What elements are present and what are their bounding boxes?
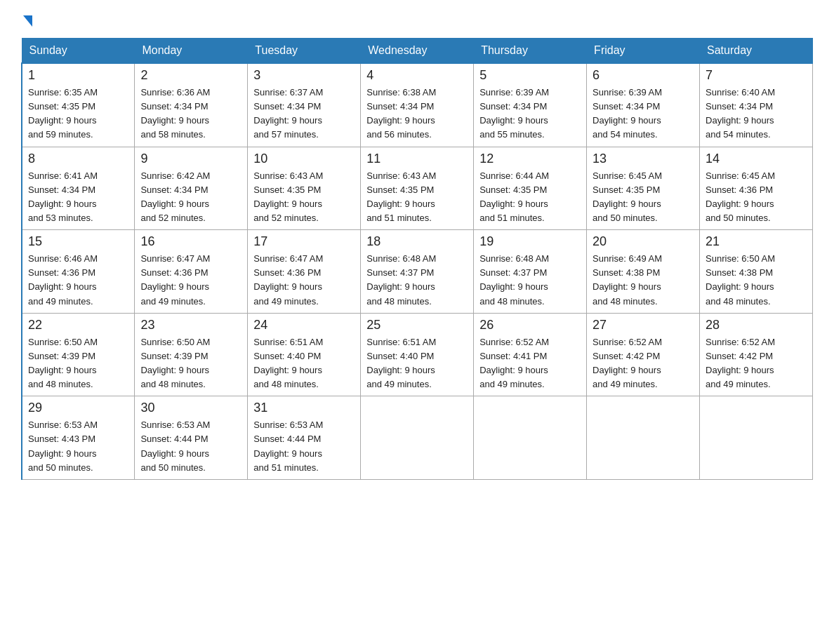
day-info: Sunrise: 6:52 AM Sunset: 4:42 PM Dayligh… — [593, 335, 694, 392]
day-number: 27 — [593, 318, 694, 333]
day-number: 15 — [28, 234, 128, 249]
day-info: Sunrise: 6:50 AM Sunset: 4:39 PM Dayligh… — [28, 335, 128, 392]
calendar-week-row: 29 Sunrise: 6:53 AM Sunset: 4:43 PM Dayl… — [22, 396, 813, 480]
day-info: Sunrise: 6:42 AM Sunset: 4:34 PM Dayligh… — [140, 169, 241, 226]
day-number: 4 — [366, 68, 468, 83]
calendar-cell: 7 Sunrise: 6:40 AM Sunset: 4:34 PM Dayli… — [700, 63, 813, 147]
day-number: 22 — [28, 318, 128, 333]
day-info: Sunrise: 6:43 AM Sunset: 4:35 PM Dayligh… — [366, 169, 468, 226]
header-tuesday: Tuesday — [248, 39, 361, 64]
day-number: 20 — [593, 234, 694, 249]
day-number: 9 — [140, 152, 241, 166]
calendar-cell: 11 Sunrise: 6:43 AM Sunset: 4:35 PM Dayl… — [361, 147, 474, 230]
day-number: 18 — [366, 234, 468, 249]
day-info: Sunrise: 6:39 AM Sunset: 4:34 PM Dayligh… — [479, 86, 581, 142]
calendar-cell: 30 Sunrise: 6:53 AM Sunset: 4:44 PM Dayl… — [135, 396, 248, 480]
day-info: Sunrise: 6:47 AM Sunset: 4:36 PM Dayligh… — [253, 252, 355, 309]
header-thursday: Thursday — [474, 39, 587, 64]
calendar-cell — [474, 396, 587, 480]
calendar-cell: 6 Sunrise: 6:39 AM Sunset: 4:34 PM Dayli… — [587, 63, 700, 147]
header-sunday: Sunday — [22, 39, 135, 64]
calendar-cell: 9 Sunrise: 6:42 AM Sunset: 4:34 PM Dayli… — [135, 147, 248, 230]
day-number: 25 — [366, 318, 468, 333]
calendar-header-row: SundayMondayTuesdayWednesdayThursdayFrid… — [22, 39, 813, 64]
header-friday: Friday — [587, 39, 700, 64]
calendar-cell: 19 Sunrise: 6:48 AM Sunset: 4:37 PM Dayl… — [474, 230, 587, 314]
day-number: 29 — [28, 401, 128, 415]
day-info: Sunrise: 6:48 AM Sunset: 4:37 PM Dayligh… — [479, 252, 581, 309]
day-info: Sunrise: 6:40 AM Sunset: 4:34 PM Dayligh… — [706, 86, 807, 142]
day-number: 16 — [140, 234, 241, 249]
calendar-cell: 3 Sunrise: 6:37 AM Sunset: 4:34 PM Dayli… — [248, 63, 361, 147]
calendar-cell: 17 Sunrise: 6:47 AM Sunset: 4:36 PM Dayl… — [248, 230, 361, 314]
calendar-cell: 5 Sunrise: 6:39 AM Sunset: 4:34 PM Dayli… — [474, 63, 587, 147]
calendar-cell: 24 Sunrise: 6:51 AM Sunset: 4:40 PM Dayl… — [248, 313, 361, 396]
day-number: 19 — [479, 234, 581, 249]
day-info: Sunrise: 6:52 AM Sunset: 4:41 PM Dayligh… — [479, 335, 581, 392]
calendar-cell: 25 Sunrise: 6:51 AM Sunset: 4:40 PM Dayl… — [361, 313, 474, 396]
calendar-cell: 20 Sunrise: 6:49 AM Sunset: 4:38 PM Dayl… — [587, 230, 700, 314]
calendar-cell: 28 Sunrise: 6:52 AM Sunset: 4:42 PM Dayl… — [700, 313, 813, 396]
day-number: 5 — [479, 68, 581, 83]
calendar-cell: 2 Sunrise: 6:36 AM Sunset: 4:34 PM Dayli… — [135, 63, 248, 147]
day-info: Sunrise: 6:39 AM Sunset: 4:34 PM Dayligh… — [593, 86, 694, 142]
calendar-cell — [587, 396, 700, 480]
day-number: 30 — [140, 401, 241, 415]
calendar-cell: 10 Sunrise: 6:43 AM Sunset: 4:35 PM Dayl… — [248, 147, 361, 230]
calendar-cell: 13 Sunrise: 6:45 AM Sunset: 4:35 PM Dayl… — [587, 147, 700, 230]
page-header — [21, 14, 813, 24]
day-info: Sunrise: 6:53 AM Sunset: 4:44 PM Dayligh… — [253, 418, 355, 475]
day-info: Sunrise: 6:52 AM Sunset: 4:42 PM Dayligh… — [706, 335, 807, 392]
calendar-cell: 23 Sunrise: 6:50 AM Sunset: 4:39 PM Dayl… — [135, 313, 248, 396]
calendar-week-row: 8 Sunrise: 6:41 AM Sunset: 4:34 PM Dayli… — [22, 147, 813, 230]
day-number: 10 — [253, 152, 355, 166]
day-number: 2 — [140, 68, 241, 83]
day-info: Sunrise: 6:48 AM Sunset: 4:37 PM Dayligh… — [366, 252, 468, 309]
calendar-cell: 18 Sunrise: 6:48 AM Sunset: 4:37 PM Dayl… — [361, 230, 474, 314]
calendar-cell: 29 Sunrise: 6:53 AM Sunset: 4:43 PM Dayl… — [22, 396, 135, 480]
day-info: Sunrise: 6:44 AM Sunset: 4:35 PM Dayligh… — [479, 169, 581, 226]
header-monday: Monday — [135, 39, 248, 64]
calendar-cell: 14 Sunrise: 6:45 AM Sunset: 4:36 PM Dayl… — [700, 147, 813, 230]
day-number: 7 — [706, 68, 807, 83]
calendar-week-row: 15 Sunrise: 6:46 AM Sunset: 4:36 PM Dayl… — [22, 230, 813, 314]
logo — [21, 14, 32, 24]
day-info: Sunrise: 6:45 AM Sunset: 4:36 PM Dayligh… — [706, 169, 807, 226]
day-number: 17 — [253, 234, 355, 249]
day-info: Sunrise: 6:38 AM Sunset: 4:34 PM Dayligh… — [366, 86, 468, 142]
day-number: 11 — [366, 152, 468, 166]
calendar-cell: 15 Sunrise: 6:46 AM Sunset: 4:36 PM Dayl… — [22, 230, 135, 314]
calendar-cell: 31 Sunrise: 6:53 AM Sunset: 4:44 PM Dayl… — [248, 396, 361, 480]
day-number: 1 — [28, 68, 128, 83]
calendar-cell: 22 Sunrise: 6:50 AM Sunset: 4:39 PM Dayl… — [22, 313, 135, 396]
day-info: Sunrise: 6:35 AM Sunset: 4:35 PM Dayligh… — [28, 86, 128, 142]
day-info: Sunrise: 6:51 AM Sunset: 4:40 PM Dayligh… — [366, 335, 468, 392]
day-info: Sunrise: 6:53 AM Sunset: 4:43 PM Dayligh… — [28, 418, 128, 475]
day-number: 12 — [479, 152, 581, 166]
day-number: 24 — [253, 318, 355, 333]
day-info: Sunrise: 6:47 AM Sunset: 4:36 PM Dayligh… — [140, 252, 241, 309]
calendar-cell — [700, 396, 813, 480]
day-number: 28 — [706, 318, 807, 333]
day-info: Sunrise: 6:41 AM Sunset: 4:34 PM Dayligh… — [28, 169, 128, 226]
calendar-cell: 27 Sunrise: 6:52 AM Sunset: 4:42 PM Dayl… — [587, 313, 700, 396]
day-info: Sunrise: 6:49 AM Sunset: 4:38 PM Dayligh… — [593, 252, 694, 309]
day-info: Sunrise: 6:36 AM Sunset: 4:34 PM Dayligh… — [140, 86, 241, 142]
day-number: 31 — [253, 401, 355, 415]
day-info: Sunrise: 6:50 AM Sunset: 4:38 PM Dayligh… — [706, 252, 807, 309]
day-number: 23 — [140, 318, 241, 333]
day-number: 14 — [706, 152, 807, 166]
day-number: 6 — [593, 68, 694, 83]
day-number: 13 — [593, 152, 694, 166]
day-info: Sunrise: 6:53 AM Sunset: 4:44 PM Dayligh… — [140, 418, 241, 475]
calendar-week-row: 1 Sunrise: 6:35 AM Sunset: 4:35 PM Dayli… — [22, 63, 813, 147]
day-info: Sunrise: 6:37 AM Sunset: 4:34 PM Dayligh… — [253, 86, 355, 142]
calendar-week-row: 22 Sunrise: 6:50 AM Sunset: 4:39 PM Dayl… — [22, 313, 813, 396]
calendar-table: SundayMondayTuesdayWednesdayThursdayFrid… — [21, 38, 813, 480]
day-number: 8 — [28, 152, 128, 166]
calendar-cell: 16 Sunrise: 6:47 AM Sunset: 4:36 PM Dayl… — [135, 230, 248, 314]
calendar-cell: 1 Sunrise: 6:35 AM Sunset: 4:35 PM Dayli… — [22, 63, 135, 147]
calendar-cell: 26 Sunrise: 6:52 AM Sunset: 4:41 PM Dayl… — [474, 313, 587, 396]
calendar-cell: 12 Sunrise: 6:44 AM Sunset: 4:35 PM Dayl… — [474, 147, 587, 230]
day-info: Sunrise: 6:51 AM Sunset: 4:40 PM Dayligh… — [253, 335, 355, 392]
